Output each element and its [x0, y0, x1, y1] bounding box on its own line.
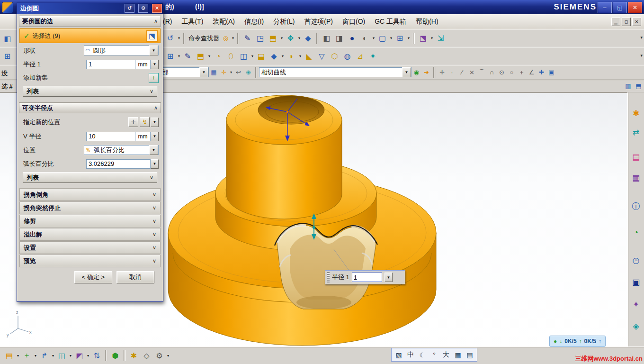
close-button[interactable]: ✕	[628, 2, 642, 13]
curve-rule-arrow[interactable]: ▼	[402, 67, 411, 77]
position-combo[interactable]: ％ 弧长百分比 ▼	[84, 145, 159, 155]
expand-chevron-icon[interactable]: ∨	[150, 88, 153, 94]
expand-chevron-icon[interactable]: ∨	[152, 218, 156, 224]
stop-at-intersection-icon[interactable]: ◉	[411, 67, 421, 77]
draft-icon[interactable]: ▽	[315, 50, 328, 63]
child-close-button[interactable]: ✕	[632, 18, 641, 26]
move-component-caret[interactable]: ▾	[51, 354, 55, 358]
snap-plus-icon[interactable]: ✚	[537, 67, 546, 77]
chamfer-icon[interactable]: ◣	[303, 50, 315, 63]
menu-analysis[interactable]: 分析(L)	[273, 18, 295, 26]
variable-point-list-bar[interactable]: 列表 ∨	[23, 172, 157, 183]
materials-icon[interactable]: ✦	[629, 298, 643, 311]
extrude-icon[interactable]: ⬒	[267, 32, 279, 45]
move-object-icon[interactable]: ✥	[284, 32, 297, 45]
drag-grip[interactable]	[327, 272, 330, 282]
ok-button[interactable]: < 确定 >	[74, 271, 112, 283]
menu-assemblies[interactable]: 装配(A)	[213, 18, 235, 26]
general-selection-filter-icon[interactable]: ▦	[209, 67, 219, 77]
select-edge-row[interactable]: ✓ 选择边 (9) ⬔	[19, 28, 161, 43]
section-view-icon[interactable]: ⬔	[417, 32, 429, 45]
revolve-icon[interactable]: ◔	[212, 50, 224, 63]
toolbar-overflow-caret[interactable]: ▾	[640, 53, 643, 58]
assembly-navigator-icon[interactable]: ▤	[629, 150, 643, 164]
assembly-constraints-icon[interactable]: ◫	[55, 349, 68, 362]
snap-point-caret[interactable]: ▾	[229, 70, 233, 74]
trim-body-icon[interactable]: ⊿	[354, 50, 367, 63]
unite-boolean-caret[interactable]: ▾	[280, 54, 285, 58]
collapse-chevron-icon[interactable]: ∧	[154, 105, 158, 111]
pattern-feature-icon[interactable]: ◫	[237, 50, 250, 63]
toolbar-overflow-caret[interactable]: ▾	[640, 35, 643, 40]
snap-bounded-plane-icon[interactable]: ▣	[546, 67, 556, 77]
assembly-constraints-caret[interactable]: ▾	[68, 354, 73, 358]
object-display-icon[interactable]: ▤	[3, 349, 16, 362]
point-dialog-icon[interactable]: ↯	[140, 117, 150, 127]
section-trim[interactable]: 修剪 ∨	[19, 215, 161, 228]
extrude-feature-caret[interactable]: ▾	[207, 54, 212, 58]
clipped-toolbar-icon[interactable]: ◧	[1, 32, 14, 45]
section-overflow-resolution[interactable]: 溢出解 ∨	[19, 228, 161, 241]
command-finder-caret[interactable]: ▾	[231, 36, 235, 40]
layer-settings-caret[interactable]: ▾	[86, 354, 90, 358]
section-corner-setback[interactable]: 拐角倒角 ∨	[19, 188, 161, 201]
snap-point-icon[interactable]: ✛	[437, 67, 447, 77]
sketch-icon[interactable]: ✎	[241, 32, 254, 45]
unite-boolean-icon[interactable]: ◆	[268, 50, 280, 63]
expand-chevron-icon[interactable]: ∨	[152, 245, 156, 251]
menu-gc-toolbox[interactable]: GC 工具箱	[375, 18, 406, 26]
edge-blend-icon[interactable]: ◗	[285, 50, 298, 63]
minimize-button[interactable]: –	[598, 2, 612, 13]
expand-chevron-icon[interactable]: ∨	[150, 174, 153, 181]
snapshot-icon[interactable]: ⇲	[434, 32, 447, 45]
add-component-icon[interactable]: ＋	[20, 349, 33, 362]
rotate-degree-icon[interactable]: °	[429, 350, 440, 360]
add-component-caret[interactable]: ▾	[33, 354, 38, 358]
onscreen-radius-options-arrow[interactable]: ▼	[385, 273, 393, 282]
datum-plane-icon[interactable]: ◳	[254, 32, 267, 45]
dialog-options-icon[interactable]: ⚙	[138, 4, 148, 13]
radius1-unit[interactable]: mm	[135, 60, 151, 69]
highlight-icon[interactable]: ⊕	[243, 67, 253, 77]
rendering-style-caret[interactable]: ▾	[371, 36, 376, 40]
child-minimize-button[interactable]: ▁	[611, 18, 620, 26]
night-mode-icon[interactable]: ☾	[417, 350, 428, 360]
restore-button[interactable]: ◱	[613, 2, 627, 13]
view-shade-icon[interactable]: ▧	[393, 350, 404, 360]
window-panel-icon[interactable]: ▣	[629, 275, 643, 289]
snap-quadrant-icon[interactable]: ∩	[487, 67, 497, 77]
group-variable-radius[interactable]: 可变半径点 ∧	[19, 102, 161, 113]
snap-arc-center-icon[interactable]: ⌒	[477, 67, 487, 77]
add-new-set-icon[interactable]: ＋	[149, 73, 159, 83]
move-component-icon[interactable]: ↱	[38, 349, 51, 362]
selection-scope-combo[interactable]: 部 ▼	[160, 67, 209, 77]
point-constructor-icon[interactable]: ✛	[128, 117, 138, 127]
expand-chevron-icon[interactable]: ∨	[152, 231, 156, 237]
v-radius-unit[interactable]: mm	[135, 132, 151, 141]
snap-existing-point-icon[interactable]: ⊙	[497, 67, 507, 77]
fit-view-icon[interactable]: ▢	[376, 32, 389, 45]
cancel-button[interactable]: 取消	[116, 271, 154, 283]
sketch-task-icon[interactable]: ✎	[181, 50, 194, 63]
history-icon[interactable]: ◷	[629, 254, 643, 267]
shaded-with-edges-icon[interactable]: ◧	[320, 32, 333, 45]
v-radius-input[interactable]	[86, 132, 135, 141]
onscreen-radius-input[interactable]	[352, 273, 382, 282]
extrude-feature-icon[interactable]: ⬒	[194, 50, 207, 63]
snap-endpoint-icon[interactable]: ·	[447, 67, 457, 77]
datum-csys-caret[interactable]: ▾	[177, 54, 181, 58]
grid-display-icon[interactable]: ▦	[452, 350, 464, 360]
edge-blend-caret[interactable]: ▾	[298, 54, 303, 58]
child-restore-button[interactable]: ◻	[622, 18, 631, 26]
specify-position-arrow[interactable]: ▼	[151, 118, 159, 127]
expand-panel-icon[interactable]: ⬒	[634, 81, 644, 91]
web-browser-icon[interactable]: ◔	[629, 226, 643, 239]
shape-combo-arrow[interactable]: ▼	[149, 46, 158, 55]
extrude-caret[interactable]: ▾	[279, 36, 284, 40]
menu-preferences[interactable]: 首选项(P)	[304, 18, 333, 26]
measure-icon[interactable]: ◇	[140, 349, 153, 362]
onscreen-radius-input-box[interactable]: 半径 1 ▼	[325, 270, 405, 284]
undo-icon[interactable]: ↺	[164, 32, 177, 45]
clipped-toolbar-icon[interactable]: ⊞	[1, 50, 14, 63]
shaded-icon[interactable]: ◨	[333, 32, 346, 45]
